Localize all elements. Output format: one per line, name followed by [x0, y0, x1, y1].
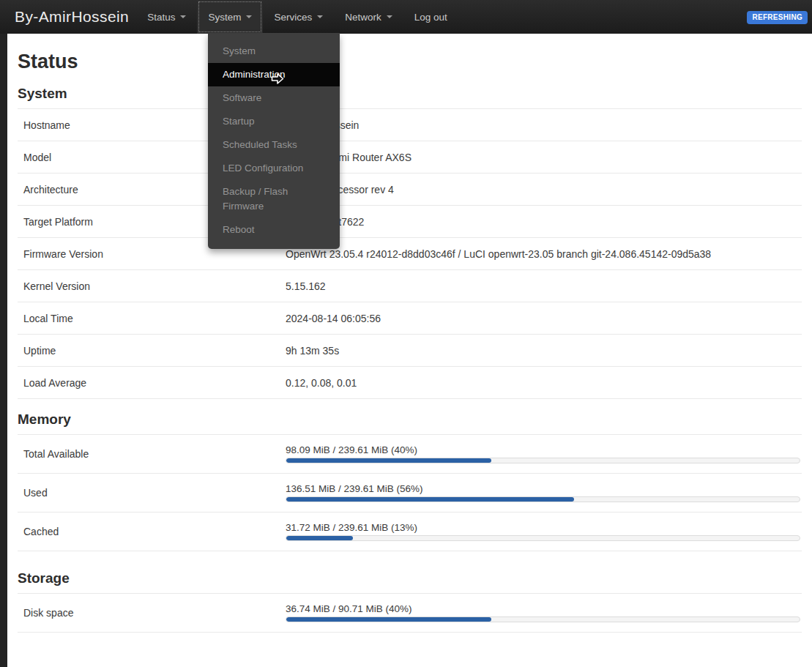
progress-bar-track: [286, 616, 800, 622]
row-label: Uptime: [18, 345, 286, 357]
navbar-menu-item-label: Network: [345, 12, 381, 23]
progress-bar-fill: [286, 458, 491, 463]
navbar-menu: Status System Services Network Log out: [136, 0, 458, 34]
row-value: ARMv8 Processor rev 4: [286, 184, 802, 195]
navbar-menu-item[interactable]: Services: [263, 0, 334, 34]
table-row: Total Available 98.09 MiB / 239.61 MiB (…: [18, 435, 802, 474]
row-label: Firmware Version: [18, 248, 286, 260]
page-title: Status: [18, 34, 802, 73]
dropdown-menu-item-label: Scheduled Tasks: [223, 139, 297, 150]
navbar-menu-item[interactable]: Status: [136, 0, 197, 34]
progress-value-text: 98.09 MiB / 239.61 MiB (40%): [286, 444, 800, 455]
navbar-menu-item-label: Services: [274, 12, 312, 23]
section-heading-storage: Storage: [18, 551, 802, 594]
memory-table: Total Available 98.09 MiB / 239.61 MiB (…: [18, 435, 802, 551]
table-row: Disk space 36.74 MiB / 90.71 MiB (40%): [18, 594, 802, 633]
progress-cell: 136.51 MiB / 239.61 MiB (56%): [286, 483, 802, 502]
table-row: Model Xiaomi Redmi Router AX6S: [18, 141, 802, 174]
progress-bar-fill: [286, 536, 353, 540]
dropdown-menu-item-label: Software: [223, 92, 261, 103]
main-content: Status System Hostname By-AmirHossein Mo…: [7, 34, 812, 667]
dropdown-menu-item[interactable]: Startup: [208, 110, 340, 133]
refreshing-badge: REFRESHING: [747, 11, 808, 24]
dropdown-menu-item-label: LED Configuration: [223, 163, 303, 174]
table-row: Target Platform mediatek/mt7622: [18, 206, 802, 238]
progress-bar-track: [286, 535, 800, 541]
caret-down-icon: [317, 15, 323, 18]
navbar-menu-item-label: Status: [147, 12, 175, 23]
storage-table: Disk space 36.74 MiB / 90.71 MiB (40%): [18, 594, 802, 633]
mouse-cursor-icon: [270, 72, 286, 88]
table-row: Used 136.51 MiB / 239.61 MiB (56%): [18, 474, 802, 513]
navbar-menu-item[interactable]: Network: [334, 0, 403, 34]
dropdown-menu-item-label: Startup: [223, 116, 255, 127]
caret-down-icon: [180, 15, 186, 18]
row-value: 2024-08-14 06:05:56: [286, 313, 802, 324]
progress-bar-track: [286, 458, 800, 463]
navbar-menu-item[interactable]: Log out: [403, 0, 458, 34]
row-value: 0.12, 0.08, 0.01: [286, 377, 802, 389]
row-label: Kernel Version: [18, 280, 286, 292]
table-row: Cached 31.72 MiB / 239.61 MiB (13%): [18, 513, 802, 551]
row-label: Used: [18, 487, 286, 499]
dropdown-menu-item-label: Reboot: [223, 224, 255, 235]
progress-cell: 36.74 MiB / 90.71 MiB (40%): [286, 603, 802, 622]
row-value: OpenWrt 23.05.4 r24012-d8dd03c46f / LuCI…: [286, 248, 802, 260]
caret-down-icon: [387, 15, 392, 18]
row-value: 5.15.162: [286, 280, 802, 292]
row-value: mediatek/mt7622: [286, 216, 802, 228]
navbar-menu-item-label: Log out: [414, 12, 447, 23]
table-row: Kernel Version 5.15.162: [18, 270, 802, 302]
dropdown-menu-item[interactable]: Scheduled Tasks: [208, 133, 340, 157]
dropdown-menu-item[interactable]: Backup / Flash Firmware: [208, 180, 340, 218]
progress-cell: 98.09 MiB / 239.61 MiB (40%): [286, 444, 802, 463]
row-label: Cached: [18, 526, 286, 537]
progress-bar-fill: [286, 497, 574, 502]
row-label: Local Time: [18, 313, 286, 324]
dropdown-menu-item[interactable]: System: [208, 40, 340, 63]
table-row: Architecture ARMv8 Processor rev 4: [18, 174, 802, 206]
progress-bar-fill: [286, 617, 491, 622]
row-value: 9h 13m 35s: [286, 345, 802, 357]
table-row: Hostname By-AmirHossein: [18, 109, 802, 141]
system-dropdown-menu: System Administration Software Startup S…: [208, 33, 340, 249]
table-row: Firmware Version OpenWrt 23.05.4 r24012-…: [18, 238, 802, 270]
brand-title: By-AmirHossein: [0, 0, 136, 34]
dropdown-menu-item[interactable]: Software: [208, 86, 340, 110]
row-label: Load Average: [18, 377, 286, 389]
progress-bar-track: [286, 496, 800, 502]
row-label: Disk space: [18, 607, 286, 619]
table-row: Local Time 2024-08-14 06:05:56: [18, 302, 802, 335]
dropdown-menu-item[interactable]: Reboot: [208, 218, 340, 242]
dropdown-menu-item-label: Backup / Flash Firmware: [223, 186, 288, 212]
section-heading-memory: Memory: [18, 399, 802, 435]
progress-value-text: 36.74 MiB / 90.71 MiB (40%): [286, 603, 800, 614]
section-heading-system: System: [18, 73, 802, 109]
caret-down-icon: [246, 15, 252, 18]
top-navbar: By-AmirHossein Status System Services Ne…: [0, 0, 812, 34]
dropdown-menu-item[interactable]: LED Configuration: [208, 157, 340, 180]
system-table: Hostname By-AmirHossein Model Xiaomi Red…: [18, 109, 802, 399]
row-value: By-AmirHossein: [286, 119, 802, 131]
row-value: Xiaomi Redmi Router AX6S: [286, 152, 802, 163]
dropdown-menu-item-label: System: [223, 45, 256, 56]
navbar-menu-item[interactable]: System: [197, 0, 263, 34]
row-label: Total Available: [18, 448, 286, 460]
progress-value-text: 136.51 MiB / 239.61 MiB (56%): [286, 483, 800, 494]
table-row: Uptime 9h 13m 35s: [18, 335, 802, 367]
progress-cell: 31.72 MiB / 239.61 MiB (13%): [286, 522, 802, 541]
navbar-menu-item-label: System: [208, 12, 241, 23]
progress-value-text: 31.72 MiB / 239.61 MiB (13%): [286, 522, 800, 533]
table-row: Load Average 0.12, 0.08, 0.01: [18, 367, 802, 399]
